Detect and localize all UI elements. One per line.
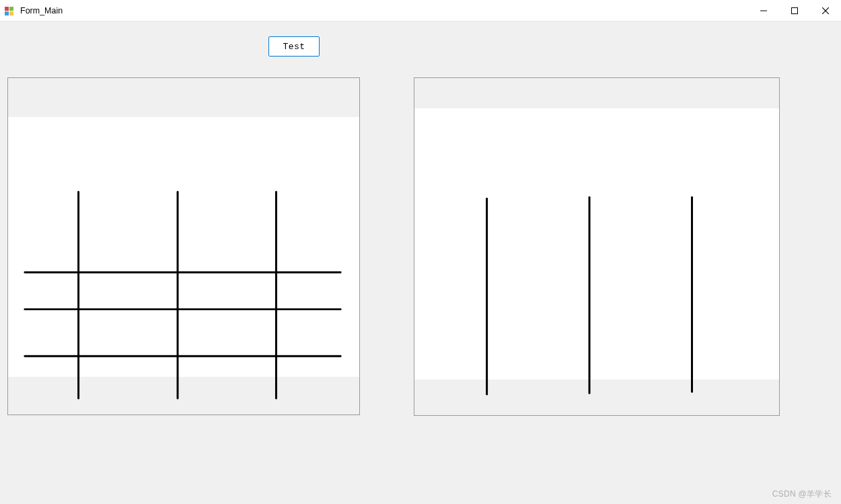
window-title: Form_Main — [20, 6, 63, 15]
minimize-button[interactable] — [748, 0, 779, 21]
window-controls — [748, 0, 841, 21]
svg-rect-1 — [9, 7, 13, 11]
svg-rect-5 — [792, 7, 798, 13]
title-bar: Form_Main — [0, 0, 841, 22]
svg-rect-0 — [5, 7, 9, 11]
watermark: CSDN @羊学长 — [772, 489, 832, 500]
close-button[interactable] — [810, 0, 841, 21]
canvas-left — [8, 117, 359, 377]
picture-panel-left — [7, 77, 360, 415]
picture-panel-right — [414, 77, 780, 416]
maximize-button[interactable] — [779, 0, 810, 21]
client-area: Test CSDN @羊学长 — [0, 22, 841, 504]
test-button[interactable]: Test — [268, 36, 320, 57]
svg-rect-2 — [5, 11, 9, 15]
svg-rect-3 — [9, 11, 13, 15]
canvas-right — [414, 108, 779, 380]
app-icon — [4, 5, 15, 16]
test-button-label: Test — [283, 42, 305, 52]
